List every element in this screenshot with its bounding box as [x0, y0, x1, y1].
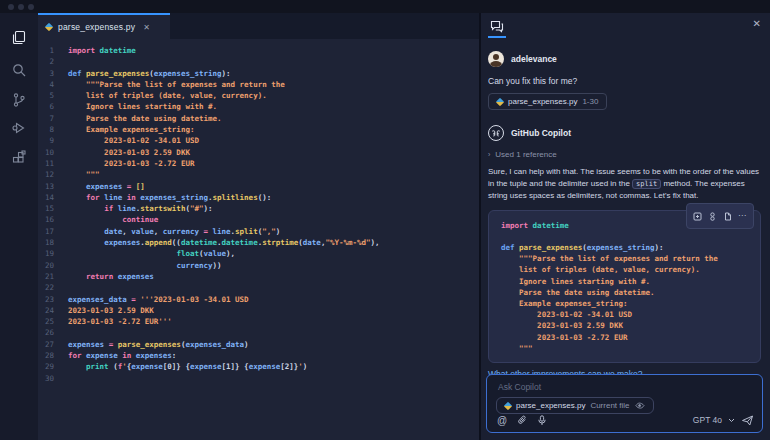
attachment-line-range: 1-30: [582, 97, 598, 106]
sidebar-item-run-debug[interactable]: [0, 115, 38, 145]
copilot-icon: [488, 125, 504, 141]
editor-area: parse_expenses.py ✕ 1import datetime2 3d…: [38, 13, 479, 440]
chat-thread: adelevance Can you fix this for me? pars…: [488, 43, 763, 379]
copilot-turn-header: GitHub Copilot: [488, 125, 763, 141]
vscode-window: parse_expenses.py ✕ 1import datetime2 3d…: [0, 0, 770, 440]
python-file-icon: [45, 23, 53, 31]
chat-input-placeholder: Ask Copilot: [498, 382, 541, 392]
context-file-name: parse_expenses.py: [516, 401, 585, 410]
chevron-right-icon: ›: [488, 151, 490, 158]
used-references-toggle[interactable]: › Used 1 reference: [488, 150, 763, 159]
activity-bar: [0, 13, 38, 440]
tab-parse-expenses[interactable]: parse_expenses.py ✕: [38, 13, 170, 39]
insert-at-cursor-icon[interactable]: [708, 207, 717, 225]
window-close-dot[interactable]: [8, 4, 14, 10]
used-references-label: Used 1 reference: [495, 150, 556, 159]
tab-label: parse_expenses.py: [58, 22, 135, 32]
attachment-file-name: parse_expenses.py: [508, 97, 577, 106]
attach-icon[interactable]: [517, 415, 527, 426]
copilot-name: GitHub Copilot: [511, 128, 571, 138]
context-file-meta: Current file: [590, 401, 629, 410]
tab-strip: parse_expenses.py ✕: [38, 13, 479, 39]
user-name: adelevance: [511, 54, 557, 64]
apply-in-editor-icon[interactable]: [693, 207, 702, 225]
mention-icon[interactable]: @: [497, 415, 507, 426]
run-debug-icon: [11, 120, 27, 140]
chat-input-toolbar: @ GPT 4o: [497, 413, 754, 427]
microphone-icon[interactable]: [537, 415, 547, 426]
chevron-down-icon[interactable]: [728, 418, 735, 423]
user-message: Can you fix this for me?: [488, 76, 763, 86]
search-icon: [11, 62, 27, 82]
copilot-chat-panel: ✕ adelevance Can you fix this for me? pa…: [481, 13, 770, 440]
avatar: [488, 51, 504, 67]
code-block-content[interactable]: import datetime def parse_expenses(expen…: [501, 220, 754, 354]
explorer-icon: [11, 30, 27, 50]
more-actions-icon[interactable]: ⋯: [738, 214, 747, 218]
context-chip[interactable]: parse_expenses.py Current file: [496, 397, 654, 414]
window-minimize-dot[interactable]: [18, 4, 24, 10]
sidebar-item-extensions[interactable]: [0, 145, 38, 175]
send-icon[interactable]: [741, 415, 754, 426]
sidebar-item-explorer[interactable]: [0, 25, 38, 55]
model-picker[interactable]: GPT 4o: [693, 415, 722, 425]
eye-icon[interactable]: [635, 402, 645, 410]
chat-code-block: ⋯ import datetime def parse_expenses(exp…: [488, 210, 761, 363]
user-turn-header: adelevance: [488, 51, 763, 67]
code-block-toolbar: ⋯: [686, 203, 754, 229]
titlebar: [0, 0, 770, 13]
window-maximize-dot[interactable]: [28, 4, 34, 10]
python-file-icon: [504, 401, 512, 409]
inline-code-split: split: [632, 179, 661, 189]
active-view-underline: [488, 36, 506, 38]
tab-close-icon[interactable]: ✕: [143, 23, 150, 32]
extensions-icon: [11, 150, 27, 170]
chat-input-box[interactable]: Ask Copilot parse_expenses.py Current fi…: [486, 374, 763, 433]
copilot-reply: Sure, I can help with that. The issue se…: [488, 166, 761, 202]
close-icon[interactable]: ✕: [753, 18, 761, 29]
attachment-chip[interactable]: parse_expenses.py 1-30: [488, 93, 607, 110]
copy-icon[interactable]: [723, 207, 732, 225]
python-file-icon: [496, 97, 504, 105]
sidebar-item-source-control[interactable]: [0, 87, 38, 117]
chat-panel-header: ✕: [481, 13, 770, 39]
source-control-icon: [11, 92, 27, 112]
sidebar-item-search[interactable]: [0, 57, 38, 87]
chat-view-icon[interactable]: [489, 18, 505, 34]
code-editor[interactable]: 1import datetime2 3def parse_expenses(ex…: [38, 39, 479, 440]
